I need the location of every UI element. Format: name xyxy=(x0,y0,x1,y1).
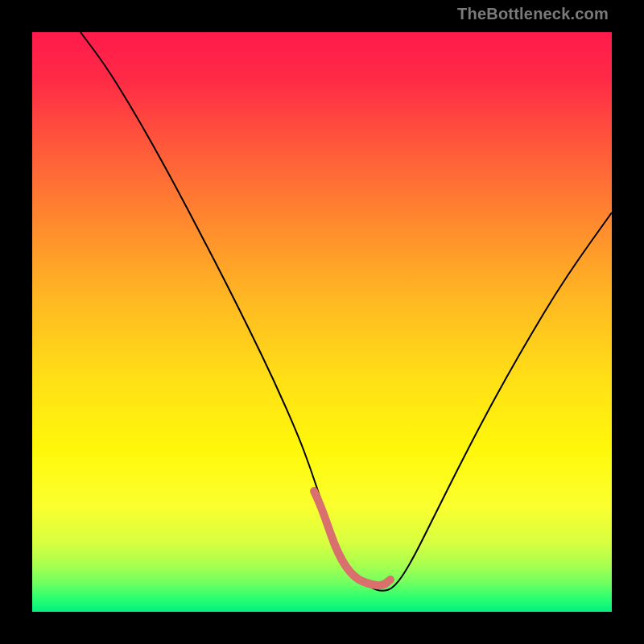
curve-svg xyxy=(32,32,612,612)
attribution-text: TheBottleneck.com xyxy=(457,5,609,23)
flat-basin-highlight xyxy=(314,491,390,585)
chart-container: TheBottleneck.com xyxy=(0,0,644,644)
bottleneck-curve xyxy=(80,32,612,591)
plot-area xyxy=(32,32,612,612)
